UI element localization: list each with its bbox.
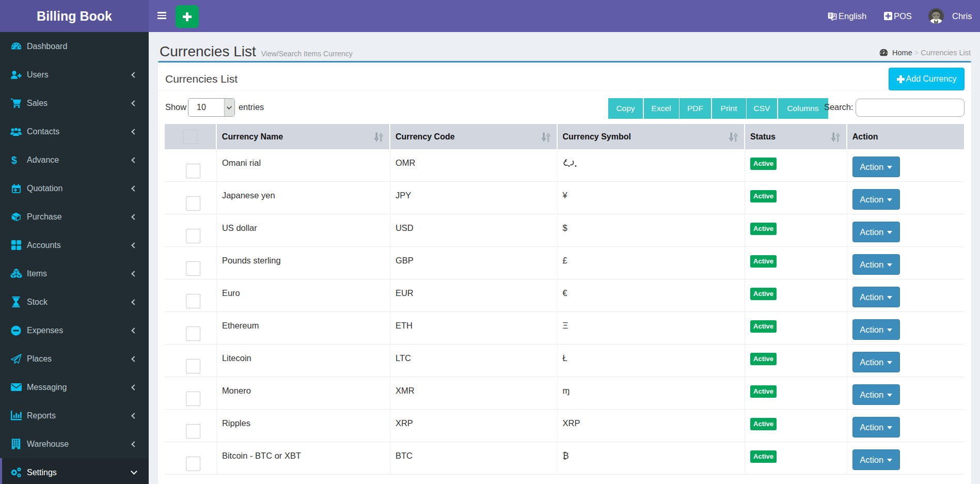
svg-text:A: A — [833, 13, 836, 19]
svg-text:$: $ — [11, 155, 17, 165]
